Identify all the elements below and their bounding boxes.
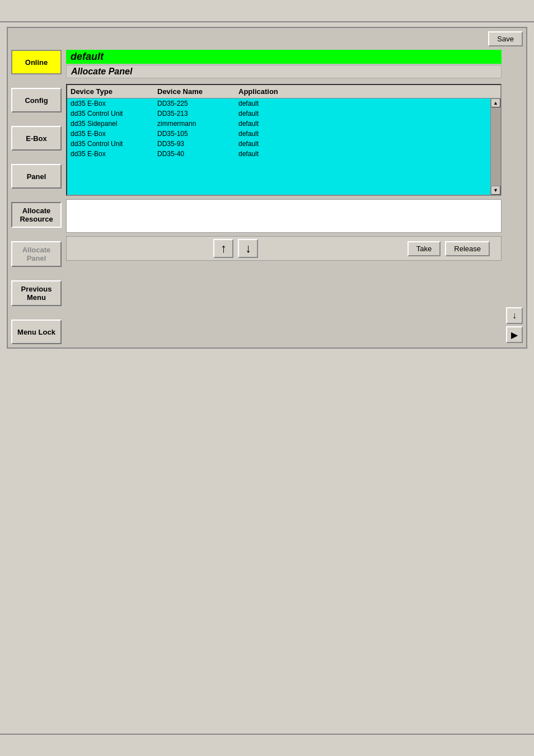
right-side-controls: ↓ ▶ xyxy=(506,50,523,344)
row-application: default xyxy=(235,119,490,128)
table-scrollbar: ▲ ▼ xyxy=(490,98,500,195)
table-row[interactable]: dd35 Sidepanel zimmermann default xyxy=(67,119,490,129)
table-row[interactable]: dd35 Control Unit DD35-213 default xyxy=(67,109,490,119)
nav-spacer-5 xyxy=(11,230,62,239)
table-header: Device Type Device Name Application xyxy=(67,85,500,98)
left-nav: Online Config E-Box Panel Allocate Resou… xyxy=(11,50,62,344)
arrow-up-button[interactable]: ↑ xyxy=(213,239,233,258)
table-row[interactable]: dd35 E-Box DD35-105 default xyxy=(67,129,490,139)
row-device-name: DD35-225 xyxy=(154,99,235,108)
panel-name: default xyxy=(66,50,502,64)
table-row[interactable]: dd35 E-Box DD35-225 default xyxy=(67,98,490,109)
table-rows: dd35 E-Box DD35-225 default dd35 Control… xyxy=(67,98,490,195)
col-device-type-header: Device Type xyxy=(67,87,154,96)
empty-area xyxy=(66,199,502,233)
scroll-down-button[interactable]: ▼ xyxy=(491,186,500,195)
take-button[interactable]: Take xyxy=(407,241,441,256)
row-device-type: dd35 Control Unit xyxy=(67,109,154,118)
nav-spacer-3 xyxy=(11,153,62,162)
outer-frame: Save Online Config E-Box Panel Allocate … xyxy=(7,27,527,349)
row-device-type: dd35 Control Unit xyxy=(67,139,154,148)
scroll-track xyxy=(491,107,500,186)
nav-spacer-4 xyxy=(11,191,62,200)
device-table: Device Type Device Name Application dd35… xyxy=(66,84,502,196)
row-device-name: DD35-40 xyxy=(154,149,235,158)
config-button[interactable]: Config xyxy=(11,88,62,112)
ebox-button[interactable]: E-Box xyxy=(11,126,62,151)
table-row[interactable]: dd35 E-Box DD35-40 default xyxy=(67,149,490,159)
bottom-controls: ↑ ↓ Take Release xyxy=(66,236,502,261)
bottom-bar xyxy=(0,734,534,756)
top-bar xyxy=(0,0,534,22)
col-application-header: Application xyxy=(235,87,500,96)
row-device-name: DD35-105 xyxy=(154,129,235,138)
row-device-name: DD35-93 xyxy=(154,139,235,148)
save-button[interactable]: Save xyxy=(488,31,523,46)
right-scroll-down-button[interactable]: ↓ xyxy=(506,307,523,324)
online-button[interactable]: Online xyxy=(11,50,62,74)
release-button[interactable]: Release xyxy=(445,241,490,256)
panel-button[interactable]: Panel xyxy=(11,164,62,189)
nav-spacer-2 xyxy=(11,115,62,124)
content-row: Online Config E-Box Panel Allocate Resou… xyxy=(11,50,523,344)
scroll-up-button[interactable]: ▲ xyxy=(491,98,500,107)
panel-header: default Allocate Panel xyxy=(66,50,502,78)
row-application: default xyxy=(235,129,490,138)
col-device-name-header: Device Name xyxy=(154,87,235,96)
row-device-type: dd35 E-Box xyxy=(67,129,154,138)
row-application: default xyxy=(235,139,490,148)
allocate-panel-button[interactable]: Allocate Panel xyxy=(11,241,62,267)
row-device-type: dd35 E-Box xyxy=(67,149,154,158)
right-scroll-right-button[interactable]: ▶ xyxy=(506,326,523,343)
row-device-type: dd35 Sidepanel xyxy=(67,119,154,128)
arrow-down-button[interactable]: ↓ xyxy=(238,239,258,258)
row-application: default xyxy=(235,109,490,118)
panel-title: Allocate Panel xyxy=(66,65,502,78)
allocate-resource-button[interactable]: Allocate Resource xyxy=(11,202,62,228)
toolbar-row: Save xyxy=(11,31,523,46)
table-body: dd35 E-Box DD35-225 default dd35 Control… xyxy=(67,98,500,195)
table-row[interactable]: dd35 Control Unit DD35-93 default xyxy=(67,139,490,149)
row-device-type: dd35 E-Box xyxy=(67,99,154,108)
nav-spacer-6 xyxy=(11,269,62,278)
nav-spacer-7 xyxy=(11,308,62,317)
menu-lock-button[interactable]: Menu Lock xyxy=(11,320,62,344)
row-device-name: zimmermann xyxy=(154,119,235,128)
main-layout: Save Online Config E-Box Panel Allocate … xyxy=(7,27,527,349)
right-spacer xyxy=(506,50,523,305)
previous-menu-button[interactable]: Previous Menu xyxy=(11,280,62,306)
nav-spacer-1 xyxy=(11,77,62,86)
center-content: default Allocate Panel Device Type Devic… xyxy=(66,50,502,344)
row-application: default xyxy=(235,99,490,108)
row-device-name: DD35-213 xyxy=(154,109,235,118)
row-application: default xyxy=(235,149,490,158)
